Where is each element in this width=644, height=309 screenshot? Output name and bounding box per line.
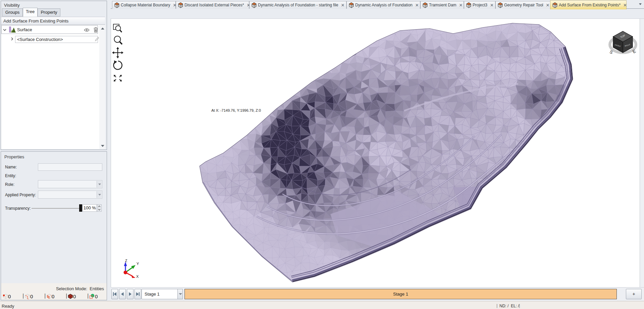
svg-text:S: S: [609, 49, 613, 55]
svg-text:E: E: [632, 48, 637, 54]
svg-text:Y: Y: [137, 262, 139, 266]
svg-text:X: X: [136, 274, 139, 278]
svg-text:Z: Z: [125, 259, 127, 263]
